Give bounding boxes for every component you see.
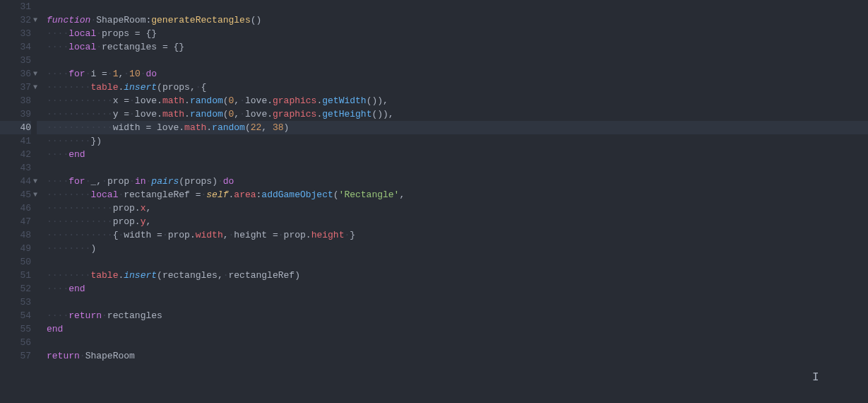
code-line[interactable]: ············prop.x, <box>47 202 868 215</box>
code-line[interactable]: return·ShapeRoom <box>47 349 868 363</box>
line-number[interactable]: 51 <box>0 269 31 282</box>
code-line[interactable]: end <box>47 322 868 336</box>
line-number[interactable]: 57 <box>0 349 31 363</box>
code-line[interactable]: ····end <box>47 282 868 296</box>
line-number[interactable]: 52 <box>0 282 31 296</box>
token-ws: ············ <box>47 122 113 133</box>
line-number[interactable]: 36▼ <box>0 67 31 81</box>
line-gutter[interactable]: 3132▼33343536▼37▼38394041424344▼45▼46474… <box>0 0 37 403</box>
token-punc: . <box>157 109 162 119</box>
token-fn: random <box>190 109 223 119</box>
code-line[interactable]: ········table.insert(props,·{ <box>47 81 868 94</box>
code-line[interactable]: ············width = love.math.random(22,… <box>37 121 868 134</box>
line-number[interactable]: 31 <box>0 0 31 13</box>
token-ws: ···· <box>47 310 69 321</box>
line-number[interactable]: 49 <box>0 242 31 255</box>
token-fn: getWidth <box>322 95 366 106</box>
line-number[interactable]: 33 <box>0 27 31 40</box>
token-ws: · <box>141 69 146 79</box>
token-punc: ( <box>157 270 162 281</box>
token-id <box>168 42 174 52</box>
token-fn: random <box>190 95 223 106</box>
token-kw2: end <box>69 284 85 294</box>
token-fn: getHeight <box>322 109 371 119</box>
line-number[interactable]: 43 <box>0 161 31 175</box>
code-line[interactable]: ····for·_,·prop·in·pairs(props)·do <box>47 175 868 188</box>
token-punc: . <box>267 109 273 119</box>
token-builtin: insert <box>124 82 157 93</box>
line-number[interactable]: 32▼ <box>0 13 31 27</box>
code-line[interactable]: ····local·rectangles = {} <box>47 40 868 54</box>
token-prop: graphics <box>273 109 316 119</box>
line-number[interactable]: 47 <box>0 215 31 228</box>
code-line[interactable] <box>47 336 868 349</box>
line-number[interactable]: 38 <box>0 94 31 107</box>
code-line[interactable] <box>47 161 868 175</box>
token-id: ShapeRoom <box>96 15 145 25</box>
line-number[interactable]: 46 <box>0 202 31 215</box>
token-kw2: end <box>69 149 85 160</box>
token-punc: ) <box>284 122 290 133</box>
line-number[interactable]: 34 <box>0 40 31 54</box>
code-line[interactable]: ············x =·love.math.random(0,·love… <box>47 94 868 107</box>
token-id: props <box>102 28 135 39</box>
code-line[interactable]: ····end <box>47 148 868 161</box>
code-line[interactable]: ············y =·love.math.random(0,·love… <box>47 107 868 121</box>
line-number[interactable]: 56 <box>0 336 31 349</box>
token-punc: . <box>184 109 190 119</box>
token-ws: ········ <box>47 243 90 254</box>
token-prop: math <box>162 109 184 119</box>
code-line[interactable] <box>47 0 868 13</box>
line-number[interactable]: 42 <box>0 148 31 161</box>
line-number[interactable]: 53 <box>0 296 31 309</box>
code-line[interactable]: ····return·rectangles <box>47 309 868 322</box>
token-id: width <box>113 122 146 133</box>
token-kw2: for <box>69 176 85 187</box>
code-line[interactable] <box>47 255 868 269</box>
code-line[interactable]: ············{·width =·prop.width,·height… <box>47 228 868 242</box>
code-line[interactable]: ············prop.y, <box>47 215 868 228</box>
token-id: love <box>245 95 267 106</box>
token-punc: . <box>179 122 184 133</box>
token-punc: ()), <box>367 95 388 106</box>
code-line[interactable]: ········local·rectangleRef =·self.area:a… <box>47 188 868 202</box>
code-editor[interactable]: 3132▼33343536▼37▼38394041424344▼45▼46474… <box>0 0 868 403</box>
token-builtin: insert <box>124 270 157 281</box>
token-punc: . <box>306 230 311 240</box>
token-punc: , <box>223 230 229 240</box>
token-fnname: generateRectangles <box>151 15 250 25</box>
token-ws: ········ <box>47 136 90 146</box>
code-line[interactable]: function·ShapeRoom:generateRectangles() <box>47 13 868 27</box>
code-line[interactable]: ····for·i =·1,·10·do <box>47 67 868 81</box>
line-number[interactable]: 40 <box>0 121 31 134</box>
code-line[interactable] <box>47 54 868 67</box>
line-number[interactable]: 45▼ <box>0 188 31 202</box>
code-line[interactable]: ········) <box>47 242 868 255</box>
line-number[interactable]: 39 <box>0 107 31 121</box>
code-line[interactable]: ····local·props = {} <box>47 27 868 40</box>
token-punc: {} <box>145 28 157 39</box>
token-op: = <box>162 42 168 52</box>
token-op: = <box>124 109 129 119</box>
code-line[interactable]: ········table.insert(rectangles,·rectang… <box>47 269 868 282</box>
line-number[interactable]: 50 <box>0 255 31 269</box>
line-number[interactable]: 55 <box>0 322 31 336</box>
token-id: ShapeRoom <box>85 351 135 361</box>
code-area[interactable]: function·ShapeRoom:generateRectangles()·… <box>37 0 868 403</box>
token-punc: ) <box>212 176 218 187</box>
line-number[interactable]: 44▼ <box>0 175 31 188</box>
token-ws: ···· <box>47 42 69 52</box>
line-number[interactable]: 54 <box>0 309 31 322</box>
line-number[interactable]: 35 <box>0 54 31 67</box>
token-id: props <box>162 82 190 93</box>
line-number[interactable]: 48 <box>0 228 31 242</box>
token-ws: ········ <box>47 189 90 200</box>
token-kw2: local <box>90 189 118 200</box>
token-id: height <box>234 230 273 240</box>
line-number[interactable]: 41 <box>0 134 31 148</box>
token-op: = <box>273 230 278 240</box>
line-number[interactable]: 37▼ <box>0 81 31 94</box>
code-line[interactable] <box>47 296 868 309</box>
code-line[interactable]: ········}) <box>47 134 868 148</box>
token-num: 10 <box>129 69 141 79</box>
